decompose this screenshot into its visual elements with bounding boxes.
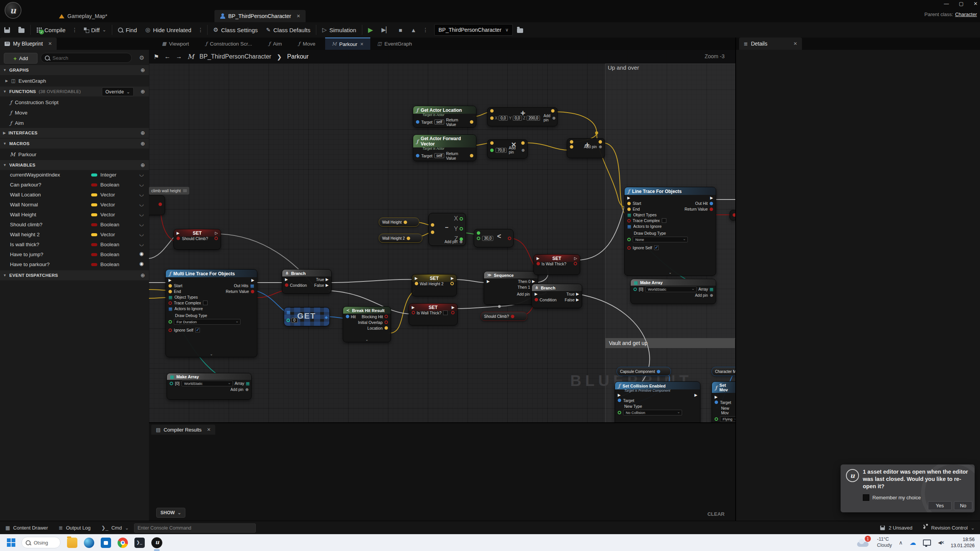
exec-true-pin[interactable]: ▶ bbox=[576, 292, 579, 296]
getter-should-climb[interactable]: Should Climb? bbox=[481, 312, 527, 321]
node-less-than[interactable]: < 30,0 bbox=[474, 229, 514, 247]
hide-unrelated-options-icon[interactable]: ⋮ bbox=[196, 27, 206, 33]
start-button[interactable] bbox=[7, 538, 15, 547]
value-checkbox[interactable] bbox=[443, 311, 448, 315]
node-add-vector-2[interactable]: + Add pin⊕ bbox=[567, 138, 605, 158]
pin-out-bool[interactable] bbox=[159, 203, 162, 206]
section-variables[interactable]: ▼ VARIABLES ⊕ bbox=[0, 160, 149, 170]
variable-visibility-eye-icon[interactable] bbox=[139, 171, 144, 177]
node-set-wall-height-2[interactable]: SET ▶ ▶ Wall Height 2 bbox=[412, 274, 457, 296]
blueprint-graph-canvas[interactable]: ⚑ ← → M BP_ThirdPersonCharacter ❯ Parkou… bbox=[149, 50, 735, 422]
add-variable-icon[interactable]: ⊕ bbox=[141, 162, 145, 168]
pin-condition[interactable] bbox=[285, 283, 288, 287]
edge-icon[interactable] bbox=[84, 538, 94, 548]
pin-out[interactable] bbox=[657, 370, 660, 373]
add-pin-label[interactable]: Add pin bbox=[517, 292, 530, 296]
close-icon[interactable]: ✕ bbox=[296, 13, 300, 19]
debug-object-dropdown[interactable]: BP_ThirdPersonCharacter ∨ bbox=[434, 24, 513, 36]
collapse-icon[interactable]: ▼ bbox=[3, 163, 7, 167]
unreal-engine-taskbar-icon[interactable] bbox=[151, 537, 162, 548]
node-set-movement-mode[interactable]: ƒ Set Mov ▶ Target New Mov Flying bbox=[712, 381, 735, 422]
collapse-chevron-icon[interactable]: ⌄ bbox=[343, 337, 391, 342]
graph-tab[interactable]: ƒ Aim bbox=[262, 38, 291, 50]
minimize-button[interactable]: — bbox=[944, 1, 949, 7]
node-multi-line-trace-for-objects[interactable]: ƒ Multi Line Trace For Objects ▶ ▶ Start… bbox=[165, 269, 257, 357]
section-event-dispatchers[interactable]: ▼ EVENT DISPATCHERS ⊕ bbox=[0, 270, 149, 280]
save-button[interactable] bbox=[0, 22, 14, 38]
show-filter-button[interactable]: SHOW ⌄ bbox=[156, 508, 185, 518]
node-line-trace-for-objects[interactable]: ƒ Line Trace For Objects ▶ ▶ Start Out H… bbox=[624, 187, 716, 276]
node-clipped-right[interactable] bbox=[730, 210, 735, 221]
pin-blocking-hit[interactable] bbox=[384, 315, 388, 318]
pin-out[interactable] bbox=[450, 282, 454, 285]
pin-out[interactable] bbox=[521, 141, 525, 145]
ignore-self-checkbox[interactable] bbox=[195, 328, 200, 332]
element-dropdown[interactable]: WorldStatic bbox=[645, 286, 697, 292]
stop-button[interactable]: ■ bbox=[394, 22, 406, 38]
maximize-button[interactable]: ▢ bbox=[959, 1, 964, 7]
add-pin-label[interactable]: Add pin bbox=[695, 293, 708, 298]
variable-type-pill[interactable] bbox=[91, 253, 97, 256]
node-add-vector[interactable]: + X 0,0 Y 0,0 Z 200,0 Add pin⊕ bbox=[487, 107, 558, 126]
variable-type-pill[interactable] bbox=[91, 243, 97, 246]
exec-out-pin[interactable]: ▷ bbox=[574, 257, 577, 260]
parent-class-link[interactable]: Character bbox=[955, 11, 977, 17]
compile-options-icon[interactable]: ⋮ bbox=[70, 27, 80, 33]
add-pin-icon[interactable]: ⊕ bbox=[522, 148, 525, 152]
variable-row[interactable]: Wall Height Vector bbox=[0, 210, 149, 220]
collapse-chevron-icon[interactable]: ⌄ bbox=[166, 352, 257, 356]
display-icon[interactable] bbox=[923, 540, 931, 546]
eject-button[interactable]: ▲ bbox=[406, 22, 420, 38]
reroute-node[interactable] bbox=[595, 131, 598, 134]
function-item[interactable]: ƒ Aim bbox=[0, 118, 149, 128]
find-button[interactable]: Find bbox=[114, 22, 141, 38]
pin-in-2[interactable] bbox=[477, 237, 480, 240]
close-icon[interactable]: ✕ bbox=[360, 42, 363, 47]
function-item[interactable]: ƒ Construction Script bbox=[0, 97, 149, 107]
pin-is-wall-thick[interactable] bbox=[412, 311, 415, 314]
variable-row[interactable]: Have to jump? Boolean bbox=[0, 250, 149, 260]
trace-complex-checkbox[interactable] bbox=[662, 218, 666, 223]
pin-out-array[interactable]: ▦ bbox=[710, 288, 713, 291]
add-button[interactable]: + Add bbox=[4, 53, 38, 64]
add-dispatcher-icon[interactable]: ⊕ bbox=[141, 272, 145, 278]
browse-button[interactable] bbox=[14, 22, 29, 38]
exec-then0-pin[interactable]: ▶ bbox=[532, 280, 535, 283]
graph-tab[interactable]: ƒ Move bbox=[291, 38, 325, 50]
pin-end[interactable] bbox=[169, 290, 172, 293]
graph-tab[interactable]: ◫ EventGraph bbox=[370, 38, 421, 50]
pin-out-bool[interactable] bbox=[214, 237, 218, 240]
section-interfaces[interactable]: ▶ INTERFACES ⊕ bbox=[0, 128, 149, 138]
volume-muted-icon[interactable]: ◀✕ bbox=[938, 540, 944, 545]
comment-climb-wall-height[interactable]: climb wall height bbox=[149, 187, 189, 195]
variable-row[interactable]: currentWaypointIndex Integer bbox=[0, 170, 149, 180]
variable-type-pill[interactable] bbox=[91, 193, 97, 196]
getter-wall-height[interactable]: Wall Height bbox=[379, 217, 419, 227]
exec-in-pin[interactable]: ▶ bbox=[487, 280, 490, 283]
variable-visibility-eye-icon[interactable] bbox=[139, 221, 144, 227]
play-button[interactable]: ▶ bbox=[364, 22, 377, 38]
node-set-should-climb[interactable]: SET ▶ ▷ Should Climb? bbox=[173, 229, 221, 250]
add-graph-icon[interactable]: ⊕ bbox=[141, 67, 145, 73]
multiply-value[interactable]: 70,0 bbox=[496, 148, 507, 153]
target-value[interactable]: self bbox=[434, 153, 444, 158]
pin-in-1[interactable] bbox=[477, 231, 480, 235]
reroute-node[interactable] bbox=[498, 305, 501, 308]
pin-in-array[interactable]: ▦ bbox=[286, 311, 290, 314]
taskbar-search[interactable]: Otsing bbox=[21, 537, 61, 548]
search-input[interactable]: Search bbox=[41, 53, 132, 63]
pin-element-0[interactable] bbox=[170, 382, 173, 385]
pin-out[interactable] bbox=[574, 262, 577, 265]
pin-condition[interactable] bbox=[535, 298, 538, 301]
node-subtract[interactable]: – X Y Z Add pin⊕ bbox=[429, 213, 466, 246]
pin-draw-debug-type[interactable] bbox=[627, 238, 631, 241]
pin-in[interactable] bbox=[490, 141, 494, 145]
no-button[interactable]: No bbox=[954, 501, 972, 510]
variable-visibility-eye-icon[interactable] bbox=[139, 261, 144, 267]
nav-forward-icon[interactable]: → bbox=[176, 53, 182, 60]
pin-start[interactable] bbox=[627, 202, 631, 205]
pin-start[interactable] bbox=[169, 284, 172, 288]
variable-row[interactable]: Have to parkour? Boolean bbox=[0, 260, 149, 270]
pin-object-types-array[interactable]: ▦ bbox=[627, 213, 631, 217]
section-functions[interactable]: ▼ FUNCTIONS (38 OVERRIDABLE) Override ⌄ … bbox=[0, 87, 149, 96]
